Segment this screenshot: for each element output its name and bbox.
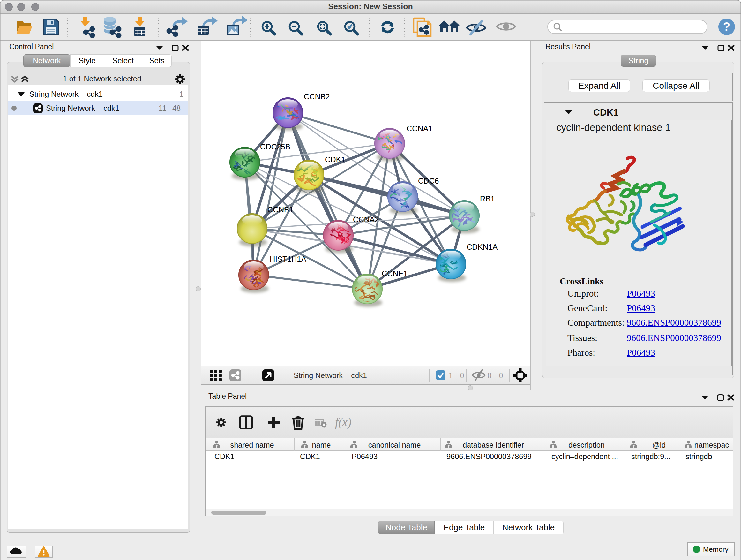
- svg-text:description: description: [568, 441, 605, 449]
- svg-text:CDK1: CDK1: [325, 155, 345, 164]
- svg-text:CCNE1: CCNE1: [382, 269, 408, 278]
- svg-text:namespac: namespac: [694, 441, 729, 449]
- svg-text:String Network – cdk1: String Network – cdk1: [293, 371, 367, 380]
- svg-text:shared name: shared name: [230, 441, 274, 449]
- svg-text:CCNB2: CCNB2: [304, 92, 330, 101]
- svg-text:?: ?: [723, 20, 730, 33]
- svg-text:1 – 0: 1 – 0: [449, 371, 464, 380]
- svg-text:database identifier: database identifier: [463, 441, 524, 449]
- svg-text:CCNA1: CCNA1: [407, 124, 432, 133]
- svg-text:CCNA2: CCNA2: [353, 215, 379, 224]
- svg-text:0 – 0: 0 – 0: [488, 371, 503, 380]
- svg-text:CCNB1: CCNB1: [267, 205, 293, 214]
- svg-text:name: name: [312, 441, 331, 449]
- svg-text:CDC25B: CDC25B: [260, 142, 290, 151]
- svg-text:canonical name: canonical name: [368, 441, 421, 449]
- svg-text:RB1: RB1: [480, 194, 495, 203]
- svg-text:CDKN1A: CDKN1A: [467, 243, 497, 251]
- svg-text:CDC6: CDC6: [418, 177, 439, 185]
- svg-text:HIST1H1A: HIST1H1A: [270, 255, 307, 263]
- svg-text:f(x): f(x): [335, 416, 351, 429]
- svg-text:@id: @id: [652, 441, 666, 449]
